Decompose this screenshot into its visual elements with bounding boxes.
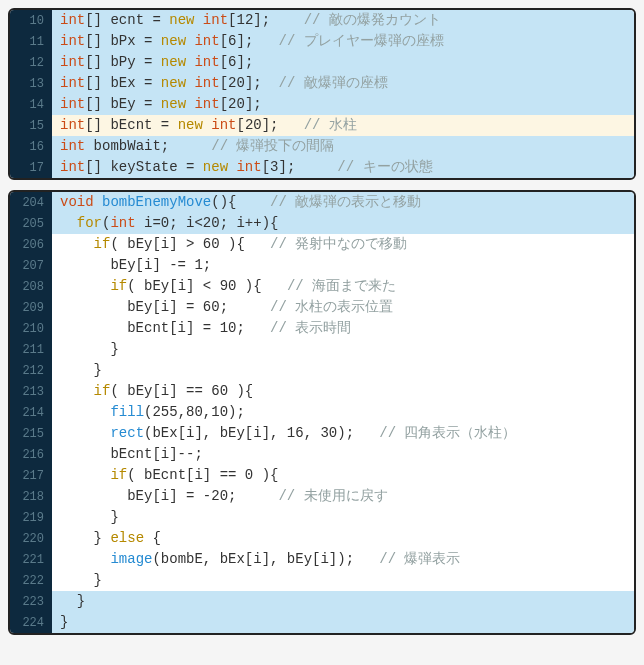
code-content[interactable]: image(bombE, bEx[i], bEy[i]); // 爆弾表示 — [52, 549, 634, 570]
code-token: new — [161, 54, 186, 70]
line-number: 211 — [10, 339, 52, 360]
code-content[interactable]: int[] ecnt = new int[12]; // 敵の爆発カウント — [52, 10, 634, 31]
line-number: 217 — [10, 465, 52, 486]
code-content[interactable]: bEy[i] -= 1; — [52, 255, 634, 276]
code-token — [60, 278, 110, 294]
code-content[interactable]: fill(255,80,10); — [52, 402, 634, 423]
code-line[interactable]: 15int[] bEcnt = new int[20]; // 水柱 — [10, 115, 634, 136]
code-token: if — [94, 236, 111, 252]
code-line[interactable]: 220 } else { — [10, 528, 634, 549]
code-line[interactable]: 212 } — [10, 360, 634, 381]
code-line[interactable]: 211 } — [10, 339, 634, 360]
code-token: [] bEcnt = — [85, 117, 177, 133]
line-number: 224 — [10, 612, 52, 633]
code-content[interactable]: void bombEnemyMove(){ // 敵爆弾の表示と移動 — [52, 192, 634, 213]
code-line[interactable]: 218 bEy[i] = -20; // 未使用に戻す — [10, 486, 634, 507]
code-content[interactable]: int[] bPx = new int[6]; // プレイヤー爆弾の座標 — [52, 31, 634, 52]
code-line[interactable]: 223 } — [10, 591, 634, 612]
code-content[interactable]: bEcnt[i]--; — [52, 444, 634, 465]
code-token: [20]; — [236, 117, 303, 133]
code-token: void — [60, 194, 94, 210]
code-token — [203, 117, 211, 133]
code-line[interactable]: 205 for(int i=0; i<20; i++){ — [10, 213, 634, 234]
code-token: int — [60, 138, 85, 154]
code-content[interactable]: int[] keyState = new int[3]; // キーの状態 — [52, 157, 634, 178]
code-line[interactable]: 219 } — [10, 507, 634, 528]
code-content[interactable]: if( bEy[i] > 60 ){ // 発射中なので移動 — [52, 234, 634, 255]
code-token: // 爆弾表示 — [379, 551, 460, 567]
code-content[interactable]: } — [52, 591, 634, 612]
code-content[interactable]: } — [52, 507, 634, 528]
code-content[interactable]: bEcnt[i] = 10; // 表示時間 — [52, 318, 634, 339]
line-number: 212 — [10, 360, 52, 381]
code-token: // 敵の爆発カウント — [304, 12, 441, 28]
code-line[interactable]: 17int[] keyState = new int[3]; // キーの状態 — [10, 157, 634, 178]
code-line[interactable]: 16int bombWait; // 爆弾投下の間隔 — [10, 136, 634, 157]
code-block-1: 10int[] ecnt = new int[12]; // 敵の爆発カウント1… — [8, 8, 636, 180]
code-token: (bombE, bEx[i], bEy[i]); — [152, 551, 379, 567]
code-token: (255,80,10); — [144, 404, 245, 420]
code-line[interactable]: 10int[] ecnt = new int[12]; // 敵の爆発カウント — [10, 10, 634, 31]
code-token: [3]; — [262, 159, 338, 175]
code-content[interactable]: rect(bEx[i], bEy[i], 16, 30); // 四角表示（水柱… — [52, 423, 634, 444]
code-line[interactable]: 204void bombEnemyMove(){ // 敵爆弾の表示と移動 — [10, 192, 634, 213]
code-token: (bEx[i], bEy[i], 16, 30); — [144, 425, 379, 441]
code-line[interactable]: 217 if( bEcnt[i] == 0 ){ — [10, 465, 634, 486]
code-token: { — [144, 530, 161, 546]
code-line[interactable]: 14int[] bEy = new int[20]; — [10, 94, 634, 115]
code-line[interactable]: 13int[] bEx = new int[20]; // 敵爆弾の座標 — [10, 73, 634, 94]
code-token: ( bEy[i] == 60 ){ — [110, 383, 253, 399]
code-content[interactable]: } — [52, 570, 634, 591]
code-token: } — [60, 341, 119, 357]
code-line[interactable]: 215 rect(bEx[i], bEy[i], 16, 30); // 四角表… — [10, 423, 634, 444]
line-number: 10 — [10, 10, 52, 31]
code-content[interactable]: if( bEy[i] < 90 ){ // 海面まで来た — [52, 276, 634, 297]
code-content[interactable]: int[] bPy = new int[6]; — [52, 52, 634, 73]
code-token: [12]; — [228, 12, 304, 28]
code-token: [6]; — [220, 33, 279, 49]
line-number: 218 — [10, 486, 52, 507]
code-token: [20]; — [220, 75, 279, 91]
line-number: 17 — [10, 157, 52, 178]
code-token: } — [60, 572, 102, 588]
code-content[interactable]: } — [52, 339, 634, 360]
code-line[interactable]: 216 bEcnt[i]--; — [10, 444, 634, 465]
code-token: bEy[i] -= 1; — [60, 257, 211, 273]
code-content[interactable]: int bombWait; // 爆弾投下の間隔 — [52, 136, 634, 157]
code-token: ( bEy[i] < 90 ){ — [127, 278, 287, 294]
code-content[interactable]: if( bEy[i] == 60 ){ — [52, 381, 634, 402]
code-content[interactable]: bEy[i] = -20; // 未使用に戻す — [52, 486, 634, 507]
code-token: if — [110, 278, 127, 294]
code-token: bEcnt[i]--; — [60, 446, 203, 462]
code-token: image — [110, 551, 152, 567]
code-token: [6]; — [220, 54, 254, 70]
code-content[interactable]: for(int i=0; i<20; i++){ — [52, 213, 634, 234]
line-number: 11 — [10, 31, 52, 52]
code-line[interactable]: 224} — [10, 612, 634, 633]
code-line[interactable]: 207 bEy[i] -= 1; — [10, 255, 634, 276]
code-content[interactable]: } — [52, 360, 634, 381]
code-content[interactable]: } else { — [52, 528, 634, 549]
code-token: fill — [110, 404, 144, 420]
code-line[interactable]: 210 bEcnt[i] = 10; // 表示時間 — [10, 318, 634, 339]
line-number: 221 — [10, 549, 52, 570]
code-content[interactable]: int[] bEy = new int[20]; — [52, 94, 634, 115]
code-line[interactable]: 206 if( bEy[i] > 60 ){ // 発射中なので移動 — [10, 234, 634, 255]
code-line[interactable]: 214 fill(255,80,10); — [10, 402, 634, 423]
code-token: // プレイヤー爆弾の座標 — [279, 33, 444, 49]
code-content[interactable]: int[] bEcnt = new int[20]; // 水柱 — [52, 115, 634, 136]
code-line[interactable]: 12int[] bPy = new int[6]; — [10, 52, 634, 73]
line-number: 16 — [10, 136, 52, 157]
code-token — [60, 383, 94, 399]
code-content[interactable]: if( bEcnt[i] == 0 ){ — [52, 465, 634, 486]
code-content[interactable]: bEy[i] = 60; // 水柱の表示位置 — [52, 297, 634, 318]
code-line[interactable]: 222 } — [10, 570, 634, 591]
code-line[interactable]: 221 image(bombE, bEx[i], bEy[i]); // 爆弾表… — [10, 549, 634, 570]
code-content[interactable]: } — [52, 612, 634, 633]
code-content[interactable]: int[] bEx = new int[20]; // 敵爆弾の座標 — [52, 73, 634, 94]
code-line[interactable]: 209 bEy[i] = 60; // 水柱の表示位置 — [10, 297, 634, 318]
code-line[interactable]: 11int[] bPx = new int[6]; // プレイヤー爆弾の座標 — [10, 31, 634, 52]
code-line[interactable]: 213 if( bEy[i] == 60 ){ — [10, 381, 634, 402]
code-line[interactable]: 208 if( bEy[i] < 90 ){ // 海面まで来た — [10, 276, 634, 297]
code-token: int — [203, 12, 228, 28]
